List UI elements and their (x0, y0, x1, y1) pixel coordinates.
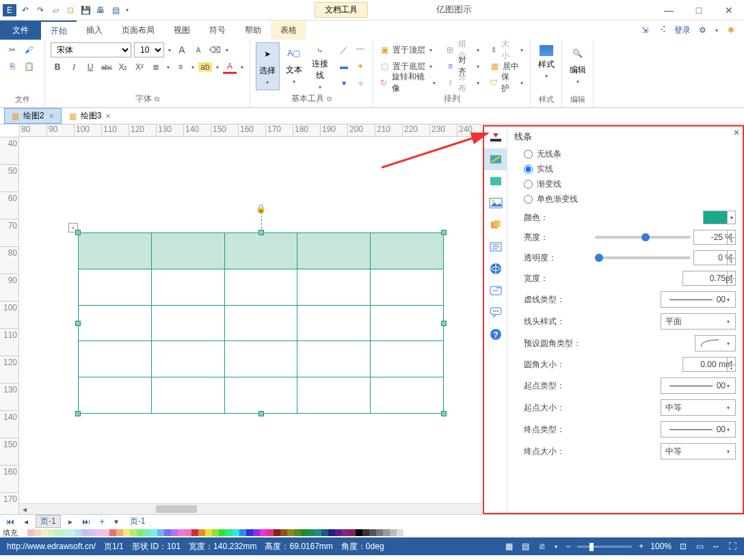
color-swatch[interactable] (301, 529, 308, 536)
underline-button[interactable]: U (83, 60, 97, 74)
font-color-icon[interactable]: A (223, 60, 237, 74)
open-icon[interactable]: ⊡ (64, 4, 77, 16)
zoom-in-button[interactable]: + (639, 542, 643, 551)
text-tool[interactable]: A▢文本▾ (282, 42, 306, 90)
color-swatch[interactable] (96, 529, 103, 536)
color-swatch[interactable] (185, 529, 191, 536)
color-swatch[interactable] (198, 529, 205, 536)
font-size-combo[interactable]: 10 (134, 42, 164, 57)
fit-page-icon[interactable]: ⊡ (678, 542, 688, 551)
maximize-button[interactable]: □ (684, 1, 714, 20)
rect-shape-icon[interactable]: ▬ (337, 59, 351, 73)
color-swatch[interactable] (260, 529, 267, 536)
color-swatch[interactable] (103, 529, 109, 536)
color-swatch[interactable] (212, 529, 219, 536)
color-swatch[interactable] (130, 529, 137, 536)
color-swatch[interactable] (321, 529, 328, 536)
page-last-icon[interactable]: ⏭ (80, 517, 92, 526)
color-swatch[interactable] (376, 529, 383, 536)
scroll-thumb[interactable] (156, 505, 197, 513)
color-swatch[interactable] (48, 529, 55, 536)
start-type-dropdown[interactable]: 00▾ (661, 377, 736, 394)
color-swatch[interactable] (219, 529, 226, 536)
color-swatch[interactable] (178, 529, 185, 536)
close-button[interactable]: ✕ (714, 1, 744, 20)
undo-icon[interactable]: ↶ (19, 4, 31, 16)
resize-handle-ne[interactable] (441, 230, 447, 235)
settings-more[interactable]: ▾ (714, 27, 719, 34)
resize-handle-se[interactable] (441, 411, 447, 416)
font-name-combo[interactable]: 宋体 (51, 42, 131, 57)
bullets-icon[interactable]: ≡ (174, 60, 187, 74)
superscript-icon[interactable]: X² (133, 60, 146, 74)
color-swatch[interactable] (41, 529, 48, 536)
highlight-icon[interactable]: ab (198, 62, 212, 72)
color-swatch[interactable] (226, 529, 232, 536)
share-icon[interactable]: ⠪ (656, 24, 669, 36)
curve-shape-icon[interactable]: 〰 (354, 43, 367, 57)
cap-dropdown[interactable]: 平面▾ (661, 313, 736, 330)
export-image-icon[interactable]: ⇲ (639, 24, 651, 36)
crop-shape-icon[interactable]: ⟐ (354, 76, 367, 90)
color-swatch[interactable] (62, 529, 68, 536)
color-swatch[interactable] (294, 529, 301, 536)
shadow-tab-icon[interactable] (484, 170, 507, 192)
qat-more[interactable]: ▾ (124, 7, 130, 13)
color-swatch[interactable] (280, 529, 287, 536)
cut-icon[interactable]: ✂ (5, 43, 19, 57)
radio-gradient-line[interactable]: 渐变线 (524, 178, 736, 190)
comment-tab-icon[interactable] (484, 302, 507, 323)
radio-no-line[interactable]: 无线条 (524, 148, 736, 160)
actual-size-icon[interactable]: ↔ (711, 542, 721, 551)
color-swatch[interactable] (239, 529, 246, 536)
brightness-spinner[interactable]: -25 %▴▾ (693, 230, 736, 245)
export-icon[interactable]: ▤ (109, 4, 122, 16)
line-color-picker[interactable]: ▾ (703, 211, 736, 224)
color-swatch[interactable] (21, 529, 27, 536)
color-swatch[interactable] (171, 529, 178, 536)
color-swatch[interactable] (205, 529, 212, 536)
color-swatch[interactable] (150, 529, 157, 536)
panel-close-icon[interactable]: ✕ (733, 128, 740, 137)
radio-mono-gradient-line[interactable]: 单色渐变线 (524, 194, 736, 205)
color-swatch[interactable] (27, 529, 34, 536)
resize-handle-s[interactable] (258, 411, 264, 416)
font-dialog-launcher[interactable]: ⧉ (155, 95, 159, 103)
ellipse-shape-icon[interactable]: ● (337, 76, 351, 90)
color-swatch[interactable] (68, 529, 75, 536)
color-swatch[interactable] (232, 529, 239, 536)
color-swatch[interactable] (253, 529, 260, 536)
page-next-icon[interactable]: ▸ (66, 517, 75, 526)
grow-font-icon[interactable]: A (175, 43, 189, 57)
size-button[interactable]: ⬍大小▾ (489, 42, 524, 57)
shrink-font-icon[interactable]: A (191, 43, 205, 57)
color-swatch[interactable] (369, 529, 376, 536)
color-swatch[interactable] (246, 529, 253, 536)
status-url[interactable]: http://www.edrawsoft.cn/ (7, 542, 96, 551)
minimize-button[interactable]: — (654, 1, 684, 20)
color-swatch[interactable] (89, 529, 96, 536)
copy-icon[interactable]: ⎘ (5, 59, 19, 73)
save-icon[interactable]: 💾 (79, 4, 92, 16)
page-first-icon[interactable]: ⏮ (4, 517, 16, 526)
select-tool[interactable]: ➤选择▾ (256, 42, 280, 90)
dash-dropdown[interactable]: 00▾ (661, 291, 736, 308)
tab-symbol[interactable]: 符号 (200, 21, 235, 40)
tab-table[interactable]: 表格 (271, 21, 306, 40)
color-swatch[interactable] (123, 529, 130, 536)
resize-handle-nw[interactable] (75, 230, 81, 235)
text-prop-tab-icon[interactable] (484, 236, 507, 258)
opacity-spinner[interactable]: 0 %▴▾ (693, 250, 736, 265)
style-button[interactable]: 样式▾ (536, 42, 556, 90)
doc-tab-1[interactable]: ▦绘图2✕ (4, 108, 62, 124)
zoom-out-button[interactable]: − (566, 542, 570, 551)
color-swatch[interactable] (144, 529, 150, 536)
settings-icon[interactable]: ⚙ (696, 24, 708, 36)
color-swatch[interactable] (267, 529, 274, 536)
hyperlink-tab-icon[interactable] (484, 258, 507, 280)
color-swatch[interactable] (328, 529, 335, 536)
tab-layout[interactable]: 页面布局 (112, 21, 164, 40)
color-swatch[interactable] (308, 529, 315, 536)
close-icon[interactable]: ✕ (105, 112, 111, 120)
paste-icon[interactable]: 📋 (22, 59, 36, 73)
